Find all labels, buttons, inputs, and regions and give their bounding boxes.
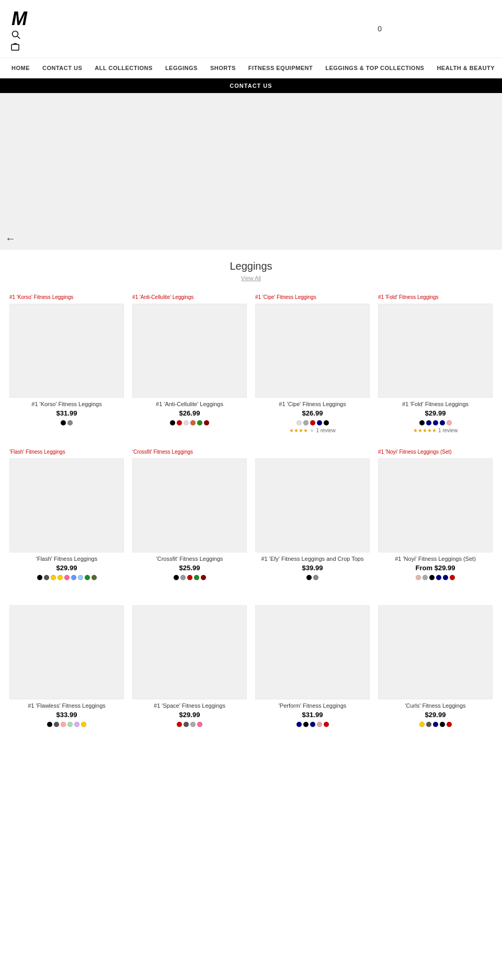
page-bottom-spacer [0,733,502,744]
search-icon[interactable] [12,30,21,42]
dropdown-bar: CONTACT US [0,78,502,93]
nav-item-home[interactable]: HOME [5,58,36,78]
product-price-space: $29.99 [132,711,247,719]
view-all-link[interactable]: View All [0,274,502,282]
product-image-efy [255,458,370,552]
product-price-efy: $39.99 [255,564,370,572]
color-dot [433,722,438,727]
product-card-korso[interactable]: #1 'Korso' Fitness Leggings #1 'Korso' F… [5,290,128,440]
product-price-noyi: From $29.99 [378,564,493,572]
product-card-curls[interactable]: 'Curls' Fitness Leggings $29.99 [374,592,497,733]
product-card-anti-cellulite[interactable]: #1 'Anti-Cellulite' Leggings #1 'Anti-Ce… [128,290,251,440]
product-rating-cipe: ★★★★★ 1 review [255,428,370,433]
star-half-icon: ★ [310,428,314,433]
product-image-flash [9,458,124,552]
color-dot [194,575,199,580]
color-dot [306,575,312,580]
product-card-space[interactable]: #1 'Space' Fitness Leggings $29.99 [128,592,251,733]
product-image-space [132,605,247,699]
product-name-space: #1 'Space' Fitness Leggings [132,702,247,709]
product-card-crossfit[interactable]: 'Crossfit' Fitness Leggings 'Crossfit' F… [128,445,251,586]
product-colors-crossfit [132,575,247,580]
product-card-flawless[interactable]: #1 'Flawless' Fitness Leggings $33.99 [5,592,128,733]
product-grid-row3: #1 'Flawless' Fitness Leggings $33.99 #1… [0,592,502,733]
product-label-flawless [9,596,124,603]
color-dot [187,575,192,580]
nav-item-fitness-equipment[interactable]: FITNESS EQUIPMENT [242,58,319,78]
color-dot [419,722,425,727]
product-card-fold[interactable]: #1 'Fold' Fitness Leggings #1 'Fold' Fit… [374,290,497,440]
color-dot [296,722,302,727]
color-dot [423,575,428,580]
color-dot [78,575,83,580]
color-dot [177,420,182,425]
color-dot [426,722,431,727]
color-dot [170,420,175,425]
product-name-noyi: #1 'Noyi' Fitness Leggings (Set) [378,556,493,562]
color-dot [416,575,421,580]
product-colors-noyi [378,575,493,580]
color-dot [71,575,76,580]
svg-text:M: M [12,8,28,29]
color-dot [67,722,73,727]
color-dot [190,420,196,425]
color-dot [440,722,445,727]
product-card-perform[interactable]: 'Perform' Fitness Leggings $31.99 [251,592,374,733]
product-card-efy[interactable]: #1 'Efy' Fitness Leggings and Crop Tops … [251,445,374,586]
product-colors-space [132,722,247,727]
color-dot [310,420,315,425]
review-count-cipe: 1 review [316,428,335,433]
product-colors-fold [378,420,493,425]
color-dot [450,575,455,580]
svg-rect-3 [12,44,19,50]
product-name-cipe: #1 'Cipe' Fitness Leggings [255,401,370,407]
product-card-flash[interactable]: 'Flash' Fitness Leggings 'Flash' Fitness… [5,445,128,586]
nav-item-shorts[interactable]: SHORTS [204,58,242,78]
color-dot [436,575,441,580]
product-label-curls [378,596,493,603]
product-colors-korso [9,420,124,425]
hero-prev-arrow[interactable]: ← [5,233,16,245]
product-label-korso: #1 'Korso' Fitness Leggings [9,294,124,302]
color-dot [184,420,189,425]
stars-icon: ★★★★★ [413,428,437,433]
logo[interactable]: M [10,5,31,30]
product-label-anti-cellulite: #1 'Anti-Cellulite' Leggings [132,294,247,302]
nav-item-leggings[interactable]: LEGGINGS [159,58,204,78]
product-image-korso [9,304,124,398]
color-dot [85,575,90,580]
product-label-perform [255,596,370,603]
product-card-cipe[interactable]: #1 'Cipe' Fitness Leggings #1 'Cipe' Fit… [251,290,374,440]
color-dot [74,722,79,727]
color-dot [54,722,59,727]
color-dot [184,722,189,727]
product-name-efy: #1 'Efy' Fitness Leggings and Crop Tops [255,556,370,562]
nav-item-health-beauty[interactable]: HEALTH & BEAUTY [430,58,501,78]
nav-item-contact[interactable]: CONTACT US [36,58,88,78]
color-dot [174,575,179,580]
color-dot [81,722,86,727]
product-image-crossfit [132,458,247,552]
color-dot [201,575,206,580]
product-colors-anti-cellulite [132,420,247,425]
color-dot [303,420,309,425]
product-price-cipe: $26.99 [255,409,370,417]
view-all-anchor[interactable]: View All [241,275,261,281]
product-name-anti-cellulite: #1 'Anti-Cellulite' Leggings [132,401,247,407]
product-price-fold: $29.99 [378,409,493,417]
color-dot [61,420,66,425]
product-image-fold [378,304,493,398]
color-dot [177,722,182,727]
cart-icon[interactable] [10,42,20,53]
product-card-noyi[interactable]: #1 'Noyi' Fitness Leggings (Set) #1 'Noy… [374,445,497,586]
color-dot [310,722,315,727]
nav-item-all-collections[interactable]: ALL COLLECTIONS [88,58,159,78]
product-name-korso: #1 'Korso' Fitness Leggings [9,401,124,407]
section-title: Leggings [0,260,502,272]
nav-item-leggings-top[interactable]: LEGGINGS & TOP COLLECTIONS [319,58,430,78]
color-dot [440,420,445,425]
color-dot [180,575,186,580]
color-dot [44,575,49,580]
color-dot [419,420,425,425]
product-label-cipe: #1 'Cipe' Fitness Leggings [255,294,370,302]
